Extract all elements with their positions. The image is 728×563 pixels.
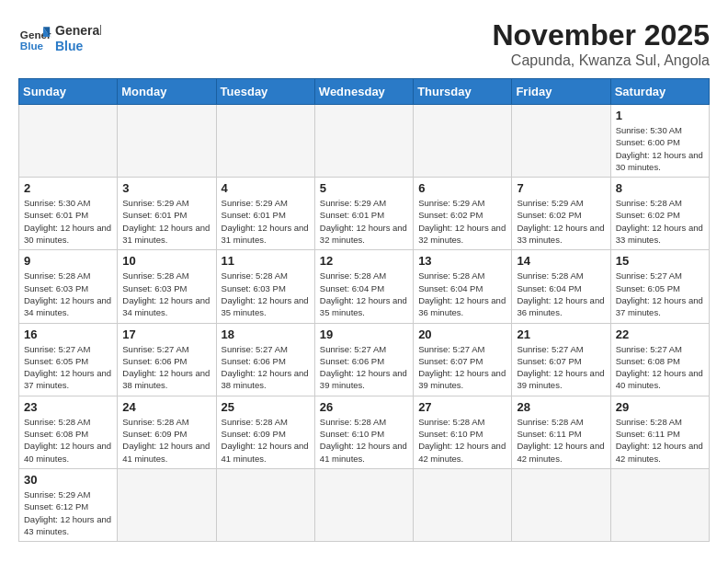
table-row: 27Sunrise: 5:28 AMSunset: 6:10 PMDayligh… (414, 396, 512, 468)
table-row (414, 468, 512, 541)
table-row: 8Sunrise: 5:28 AMSunset: 6:02 PMDaylight… (610, 178, 709, 250)
table-row: 19Sunrise: 5:27 AMSunset: 6:06 PMDayligh… (314, 323, 413, 396)
day-info: Sunrise: 5:28 AMSunset: 6:08 PMDaylight:… (24, 416, 112, 465)
table-row: 3Sunrise: 5:29 AMSunset: 6:01 PMDaylight… (118, 178, 216, 250)
table-row: 5Sunrise: 5:29 AMSunset: 6:01 PMDaylight… (314, 178, 413, 250)
day-number: 14 (517, 254, 605, 268)
table-row (414, 105, 512, 178)
header-wednesday: Wednesday (314, 79, 413, 105)
header-sunday: Sunday (19, 79, 118, 105)
table-row (610, 468, 709, 541)
title-section: November 2025 Capunda, Kwanza Sul, Angol… (492, 18, 710, 69)
svg-text:Blue: Blue (55, 39, 84, 53)
calendar-row: 30Sunrise: 5:29 AMSunset: 6:12 PMDayligh… (19, 468, 710, 541)
table-row: 15Sunrise: 5:27 AMSunset: 6:05 PMDayligh… (610, 250, 709, 323)
day-number: 30 (24, 473, 112, 487)
day-info: Sunrise: 5:30 AMSunset: 6:00 PMDaylight:… (616, 124, 704, 173)
header-friday: Friday (512, 79, 610, 105)
table-row (314, 468, 413, 541)
day-number: 17 (122, 327, 210, 341)
table-row (512, 468, 610, 541)
table-row: 9Sunrise: 5:28 AMSunset: 6:03 PMDaylight… (19, 250, 118, 323)
day-number: 22 (616, 327, 704, 341)
day-info: Sunrise: 5:28 AMSunset: 6:03 PMDaylight:… (122, 270, 210, 318)
day-info: Sunrise: 5:27 AMSunset: 6:06 PMDaylight:… (122, 343, 210, 392)
table-row: 2Sunrise: 5:30 AMSunset: 6:01 PMDaylight… (19, 178, 118, 250)
day-number: 11 (222, 254, 310, 268)
table-row (19, 105, 118, 178)
table-row: 25Sunrise: 5:28 AMSunset: 6:09 PMDayligh… (216, 396, 314, 468)
day-info: Sunrise: 5:29 AMSunset: 6:01 PMDaylight:… (320, 197, 408, 246)
day-info: Sunrise: 5:28 AMSunset: 6:03 PMDaylight:… (24, 270, 112, 318)
day-number: 1 (616, 109, 704, 122)
table-row (314, 105, 413, 178)
day-info: Sunrise: 5:28 AMSunset: 6:04 PMDaylight:… (320, 270, 408, 318)
table-row (216, 468, 314, 541)
table-row: 7Sunrise: 5:29 AMSunset: 6:02 PMDaylight… (512, 178, 610, 250)
table-row (216, 105, 314, 178)
table-row: 11Sunrise: 5:28 AMSunset: 6:03 PMDayligh… (216, 250, 314, 323)
day-info: Sunrise: 5:29 AMSunset: 6:02 PMDaylight:… (517, 197, 605, 246)
table-row: 20Sunrise: 5:27 AMSunset: 6:07 PMDayligh… (414, 323, 512, 396)
logo-icon: General Blue (18, 20, 51, 53)
day-info: Sunrise: 5:29 AMSunset: 6:12 PMDaylight:… (24, 488, 112, 537)
table-row (512, 105, 610, 178)
day-info: Sunrise: 5:27 AMSunset: 6:06 PMDaylight:… (222, 343, 310, 392)
day-number: 9 (24, 254, 112, 268)
table-row: 16Sunrise: 5:27 AMSunset: 6:05 PMDayligh… (19, 323, 118, 396)
day-number: 21 (517, 327, 605, 341)
table-row: 10Sunrise: 5:28 AMSunset: 6:03 PMDayligh… (118, 250, 216, 323)
day-info: Sunrise: 5:28 AMSunset: 6:11 PMDaylight:… (616, 416, 704, 465)
day-number: 13 (418, 254, 506, 268)
table-row: 26Sunrise: 5:28 AMSunset: 6:10 PMDayligh… (314, 396, 413, 468)
day-number: 27 (418, 400, 506, 414)
day-info: Sunrise: 5:28 AMSunset: 6:02 PMDaylight:… (616, 197, 704, 246)
day-number: 15 (616, 254, 704, 268)
day-number: 3 (122, 181, 210, 195)
table-row: 18Sunrise: 5:27 AMSunset: 6:06 PMDayligh… (216, 323, 314, 396)
day-info: Sunrise: 5:27 AMSunset: 6:05 PMDaylight:… (616, 270, 704, 318)
day-info: Sunrise: 5:28 AMSunset: 6:04 PMDaylight:… (517, 270, 605, 318)
calendar-row: 9Sunrise: 5:28 AMSunset: 6:03 PMDaylight… (19, 250, 710, 323)
day-info: Sunrise: 5:27 AMSunset: 6:07 PMDaylight:… (418, 343, 506, 392)
table-row: 24Sunrise: 5:28 AMSunset: 6:09 PMDayligh… (118, 396, 216, 468)
day-number: 29 (616, 400, 704, 414)
day-info: Sunrise: 5:29 AMSunset: 6:01 PMDaylight:… (222, 197, 310, 246)
day-number: 28 (517, 400, 605, 414)
day-info: Sunrise: 5:29 AMSunset: 6:01 PMDaylight:… (122, 197, 210, 246)
header-monday: Monday (118, 79, 216, 105)
location-title: Capunda, Kwanza Sul, Angola (492, 52, 710, 69)
logo: General Blue General Blue (18, 18, 101, 55)
day-number: 25 (222, 400, 310, 414)
day-info: Sunrise: 5:29 AMSunset: 6:02 PMDaylight:… (418, 197, 506, 246)
day-info: Sunrise: 5:28 AMSunset: 6:10 PMDaylight:… (320, 416, 408, 465)
day-info: Sunrise: 5:27 AMSunset: 6:05 PMDaylight:… (24, 343, 112, 392)
header-thursday: Thursday (414, 79, 512, 105)
day-info: Sunrise: 5:27 AMSunset: 6:06 PMDaylight:… (320, 343, 408, 392)
table-row: 14Sunrise: 5:28 AMSunset: 6:04 PMDayligh… (512, 250, 610, 323)
day-number: 19 (320, 327, 408, 341)
day-number: 6 (418, 181, 506, 195)
day-info: Sunrise: 5:28 AMSunset: 6:09 PMDaylight:… (222, 416, 310, 465)
table-row: 6Sunrise: 5:29 AMSunset: 6:02 PMDaylight… (414, 178, 512, 250)
table-row: 22Sunrise: 5:27 AMSunset: 6:08 PMDayligh… (610, 323, 709, 396)
day-info: Sunrise: 5:28 AMSunset: 6:10 PMDaylight:… (418, 416, 506, 465)
month-title: November 2025 (492, 18, 710, 52)
table-row (118, 468, 216, 541)
weekday-header-row: Sunday Monday Tuesday Wednesday Thursday… (19, 79, 710, 105)
header: General Blue General Blue November 2025 … (18, 18, 710, 69)
calendar-row: 23Sunrise: 5:28 AMSunset: 6:08 PMDayligh… (19, 396, 710, 468)
svg-text:Blue: Blue (20, 40, 44, 52)
day-number: 10 (122, 254, 210, 268)
day-number: 16 (24, 327, 112, 341)
table-row: 21Sunrise: 5:27 AMSunset: 6:07 PMDayligh… (512, 323, 610, 396)
day-number: 24 (122, 400, 210, 414)
day-number: 20 (418, 327, 506, 341)
day-info: Sunrise: 5:28 AMSunset: 6:04 PMDaylight:… (418, 270, 506, 318)
table-row: 30Sunrise: 5:29 AMSunset: 6:12 PMDayligh… (19, 468, 118, 541)
day-number: 12 (320, 254, 408, 268)
calendar: Sunday Monday Tuesday Wednesday Thursday… (18, 78, 710, 542)
table-row (118, 105, 216, 178)
day-info: Sunrise: 5:27 AMSunset: 6:08 PMDaylight:… (616, 343, 704, 392)
calendar-row: 2Sunrise: 5:30 AMSunset: 6:01 PMDaylight… (19, 178, 710, 250)
